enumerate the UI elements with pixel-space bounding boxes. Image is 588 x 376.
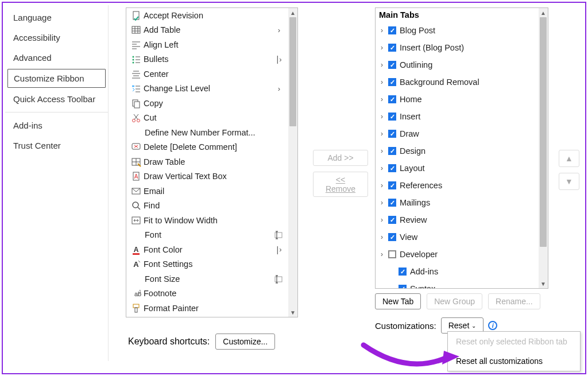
rename-button[interactable]: Rename...	[488, 293, 540, 309]
command-item[interactable]: Email	[126, 184, 288, 199]
command-item[interactable]: Font Settings	[126, 257, 288, 272]
tab-item-blog-post[interactable]: ›Blog Post	[376, 22, 539, 39]
command-item[interactable]: Change List Level›	[126, 82, 288, 96]
sidebar-item-accessibility[interactable]: Accessibility	[5, 28, 108, 48]
scroll-up-icon[interactable]: ▲	[539, 8, 548, 17]
scroll-up-icon[interactable]: ▲	[288, 8, 297, 17]
checkbox[interactable]	[388, 216, 396, 224]
reset-all-customizations-item[interactable]: Reset all customizations	[448, 351, 580, 371]
expand-icon[interactable]: ›	[378, 147, 386, 155]
command-item[interactable]: Font Color|›	[126, 242, 288, 257]
command-item[interactable]: Footnote	[126, 286, 288, 301]
move-down-button[interactable]: ▼	[559, 173, 579, 190]
expand-icon[interactable]: ›	[378, 181, 386, 189]
main-tabs-listbox[interactable]: Main Tabs ›Blog Post›Insert (Blog Post)›…	[375, 7, 548, 289]
tab-label: Home	[399, 95, 422, 104]
customize-shortcuts-button[interactable]: Customize...	[215, 334, 275, 350]
scrollbar[interactable]: ▲ ▼	[288, 8, 297, 317]
reset-dropdown-menu: Reset only selected Ribbon tab Reset all…	[447, 331, 581, 371]
checkbox[interactable]	[388, 164, 396, 172]
info-icon[interactable]: i	[488, 321, 497, 330]
checkbox[interactable]	[388, 78, 396, 86]
command-item[interactable]: Delete [Delete Comment]	[126, 140, 288, 155]
expand-icon[interactable]: ›	[378, 26, 386, 34]
checkbox[interactable]	[388, 26, 396, 34]
add-command-button[interactable]: Add >>	[313, 150, 368, 166]
delete-comment-icon	[130, 141, 142, 153]
checkbox[interactable]	[388, 181, 396, 189]
tab-item-insert-blog-post-[interactable]: ›Insert (Blog Post)	[376, 39, 539, 56]
scroll-down-icon[interactable]: ▼	[288, 308, 297, 317]
tab-item-insert[interactable]: ›Insert	[376, 108, 539, 125]
command-item[interactable]: Find	[126, 199, 288, 214]
chevron-right-icon: ›	[273, 26, 285, 34]
command-item[interactable]: Cut	[126, 111, 288, 126]
scroll-thumb[interactable]	[289, 17, 296, 126]
tab-item-layout[interactable]: ›Layout	[376, 160, 539, 177]
commands-listbox[interactable]: Accept RevisionAdd Table›Align LeftBulle…	[126, 7, 298, 317]
checkbox[interactable]	[388, 44, 396, 52]
scroll-thumb[interactable]	[540, 17, 547, 247]
tab-item-draw[interactable]: ›Draw	[376, 125, 539, 142]
tab-item-home[interactable]: ›Home	[376, 91, 539, 108]
checkbox[interactable]	[388, 147, 396, 155]
sidebar-item-language[interactable]: Language	[5, 7, 108, 28]
expand-icon[interactable]: ›	[378, 233, 386, 241]
expand-icon[interactable]: ›	[378, 250, 386, 258]
expand-icon[interactable]: ›	[378, 61, 386, 69]
command-item[interactable]: Align Left	[126, 37, 288, 52]
checkbox[interactable]	[399, 285, 407, 288]
tab-label: Insert	[399, 112, 420, 121]
command-item[interactable]: Add Table›	[126, 23, 288, 38]
expand-icon[interactable]: ›	[378, 95, 386, 103]
tab-item-outlining[interactable]: ›Outlining	[376, 56, 539, 73]
new-group-button[interactable]: New Group	[427, 293, 482, 309]
expand-icon[interactable]: ›	[378, 113, 386, 121]
command-item[interactable]: Format Painter	[126, 301, 288, 316]
scroll-down-icon[interactable]: ▼	[539, 279, 548, 288]
checkbox[interactable]	[388, 199, 396, 207]
command-label: Footnote	[142, 289, 273, 298]
tab-item-references[interactable]: ›References	[376, 177, 539, 194]
tab-item-review[interactable]: ›Review	[376, 211, 539, 228]
expand-icon[interactable]: ›	[378, 164, 386, 172]
checkbox[interactable]	[399, 268, 407, 276]
command-item[interactable]: Bullets|›	[126, 52, 288, 67]
expand-icon[interactable]: ›	[378, 199, 386, 207]
command-item[interactable]: Font Size	[126, 272, 288, 286]
command-item[interactable]: Define New Number Format...	[126, 125, 288, 140]
expand-icon[interactable]: ›	[378, 44, 386, 52]
remove-command-button[interactable]: << Remove	[313, 172, 368, 197]
command-item[interactable]: Copy	[126, 96, 288, 111]
tab-item-background-removal[interactable]: ›Background Removal	[376, 73, 539, 91]
checkbox[interactable]	[388, 113, 396, 121]
tab-item-mailings[interactable]: ›Mailings	[376, 194, 539, 211]
tab-item-syntax[interactable]: Syntax	[376, 280, 539, 288]
checkbox[interactable]	[388, 95, 396, 103]
sidebar-item-quick-access-toolbar[interactable]: Quick Access Toolbar	[5, 89, 108, 109]
expand-icon[interactable]: ›	[378, 130, 386, 138]
move-up-button[interactable]: ▲	[559, 150, 579, 167]
command-item[interactable]: Font	[126, 228, 288, 243]
command-item[interactable]: Draw Table	[126, 154, 288, 169]
new-tab-button[interactable]: New Tab	[375, 293, 421, 309]
command-item[interactable]: Draw Vertical Text Box	[126, 169, 288, 184]
sidebar-item-advanced[interactable]: Advanced	[5, 48, 108, 68]
command-item[interactable]: Center	[126, 67, 288, 82]
checkbox[interactable]	[388, 61, 396, 69]
sidebar-item-add-ins[interactable]: Add-ins	[5, 115, 108, 135]
tab-item-developer[interactable]: ›Developer	[376, 246, 539, 263]
checkbox[interactable]	[388, 130, 396, 138]
checkbox[interactable]	[388, 233, 396, 241]
sidebar-item-customize-ribbon[interactable]: Customize Ribbon	[7, 69, 106, 88]
expand-icon[interactable]: ›	[378, 78, 386, 86]
command-item[interactable]: Fit to Window Width	[126, 213, 288, 228]
expand-icon[interactable]: ›	[378, 216, 386, 224]
tab-item-view[interactable]: ›View	[376, 228, 539, 246]
sidebar-item-trust-center[interactable]: Trust Center	[5, 135, 108, 156]
tab-item-add-ins[interactable]: Add-ins	[376, 263, 539, 280]
tab-item-design[interactable]: ›Design	[376, 142, 539, 160]
command-item[interactable]: Accept Revision	[126, 8, 288, 23]
scrollbar[interactable]: ▲ ▼	[539, 8, 548, 288]
checkbox[interactable]	[388, 250, 396, 258]
